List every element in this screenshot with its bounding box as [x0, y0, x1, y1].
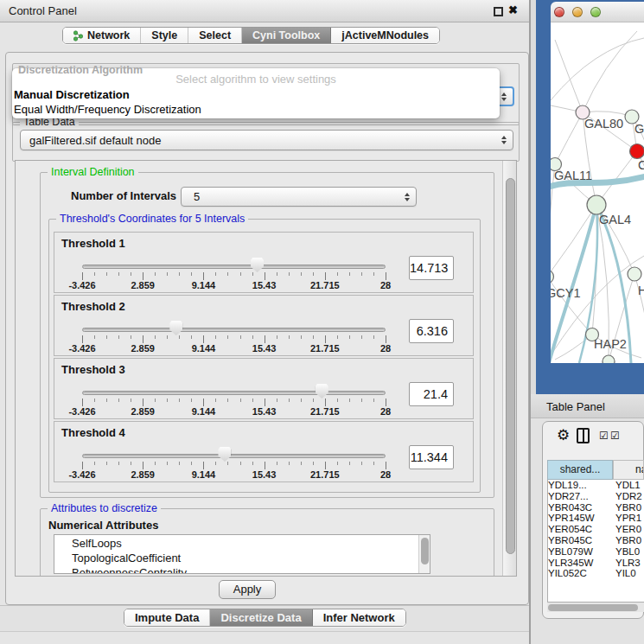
- checkbox-icon[interactable]: ☑: [610, 430, 620, 442]
- node-label: HAP2: [594, 337, 627, 351]
- tab-impute-data[interactable]: Impute Data: [124, 609, 210, 626]
- network-node[interactable]: [603, 355, 615, 363]
- network-node[interactable]: [587, 195, 606, 214]
- float-window-icon[interactable]: [494, 7, 503, 16]
- node-label: GAL80: [584, 117, 623, 131]
- combo-stepper-icon: [501, 92, 507, 101]
- threshold-value-field[interactable]: 14.713: [409, 256, 454, 280]
- table-row[interactable]: YBL079WYBL0: [547, 546, 644, 558]
- cell-name[interactable]: YDR2: [615, 491, 644, 502]
- table-row[interactable]: YIL052CYIL0: [547, 568, 644, 577]
- table-row[interactable]: YBR045CYBR0: [547, 535, 644, 546]
- cell-name[interactable]: YBR0: [615, 535, 644, 546]
- cell-shared-name[interactable]: YDL19...: [547, 480, 615, 491]
- table-panel-title: Table Panel: [546, 400, 605, 413]
- tab-style[interactable]: Style: [141, 28, 188, 43]
- threshold-slider-track[interactable]: [82, 391, 386, 395]
- cell-shared-name[interactable]: YBR043C: [547, 502, 615, 513]
- threshold-label: Threshold 3: [61, 363, 125, 376]
- cell-shared-name[interactable]: YIL052C: [547, 568, 615, 577]
- table-data-combo[interactable]: galFiltered.sif default node: [20, 130, 513, 150]
- table-row[interactable]: YLR345WYLR3: [547, 558, 644, 569]
- table-scroll-thumb[interactable]: [548, 604, 638, 611]
- control-panel-titlebar: Control Panel ✖: [0, 0, 531, 22]
- viewport-scrollbar[interactable]: [502, 161, 516, 576]
- attributes-list-scrollbar[interactable]: [418, 535, 430, 573]
- attributes-scroll-thumb[interactable]: [421, 538, 429, 564]
- column-header-shared-name[interactable]: shared...: [547, 460, 613, 480]
- slider-scale-labels: -3.4262.8599.14415.4321.71528: [82, 406, 386, 417]
- table-row[interactable]: YER054CYER0: [547, 524, 644, 535]
- network-node[interactable]: [551, 271, 554, 284]
- cell-name[interactable]: YBR0: [615, 502, 644, 513]
- tab-cyni-toolbox[interactable]: Cyni Toolbox: [242, 28, 331, 43]
- threshold-slider-thumb[interactable]: [251, 258, 264, 272]
- attributes-group-title: Attributes to discretize: [48, 502, 161, 514]
- tab-label: Impute Data: [135, 611, 199, 624]
- close-icon[interactable]: ✖: [508, 3, 518, 16]
- cell-name[interactable]: YER0: [615, 524, 644, 535]
- popup-item-equal-width-frequency[interactable]: Equal Width/Frequency Discretization: [14, 103, 201, 116]
- table-row[interactable]: YPR145WYPR1: [547, 513, 644, 524]
- cell-shared-name[interactable]: YBL079W: [547, 546, 615, 558]
- network-node[interactable]: [630, 144, 644, 159]
- tab-label: Select: [199, 29, 231, 41]
- tab-discretize-data[interactable]: Discretize Data: [210, 609, 312, 626]
- tab-select[interactable]: Select: [188, 28, 242, 43]
- table-horizontal-scrollbar[interactable]: [547, 603, 644, 612]
- network-node[interactable]: [628, 267, 641, 281]
- cell-shared-name[interactable]: YLR345W: [547, 558, 615, 569]
- close-traffic-light[interactable]: [554, 7, 564, 17]
- cell-name[interactable]: YLR3: [615, 558, 644, 569]
- slider-scale-labels: -3.4262.8599.14415.4321.71528: [82, 280, 386, 290]
- cell-shared-name[interactable]: YPR145W: [547, 513, 615, 524]
- attribute-item[interactable]: TopologicalCoefficient: [54, 552, 430, 564]
- number-of-intervals-combo[interactable]: 5: [181, 187, 417, 207]
- discretization-algorithm-title: Discretization Algorithm: [18, 64, 143, 76]
- cell-name[interactable]: YPR1: [615, 513, 644, 524]
- threshold-slider-track[interactable]: [82, 328, 386, 332]
- tab-label: Style: [151, 29, 177, 41]
- checkbox-icon[interactable]: ☑: [599, 430, 609, 442]
- slider-tick-marks: [82, 272, 386, 280]
- cell-shared-name[interactable]: YBR045C: [547, 535, 615, 546]
- threshold-value-field[interactable]: 21.4: [409, 382, 454, 406]
- tab-infer-network[interactable]: Infer Network: [313, 609, 405, 626]
- split-view-icon[interactable]: [577, 428, 590, 443]
- zoom-traffic-light[interactable]: [590, 7, 601, 17]
- cell-name[interactable]: YDL1: [615, 480, 644, 491]
- thresholds-group-title: Threshold's Coordinates for 5 Intervals: [56, 213, 248, 225]
- threshold-value-field[interactable]: 11.344: [409, 445, 454, 469]
- tab-network[interactable]: Network: [63, 28, 141, 43]
- apply-button[interactable]: Apply: [219, 580, 276, 599]
- slider-tick-marks: [82, 399, 386, 406]
- gear-icon[interactable]: ⚙: [557, 426, 570, 444]
- popup-item-manual-discretization[interactable]: Manual Discretization: [14, 88, 130, 101]
- column-header-name[interactable]: na: [613, 460, 644, 480]
- threshold-slider-track[interactable]: [82, 454, 386, 458]
- threshold-slider-thumb[interactable]: [169, 321, 182, 335]
- minimize-traffic-light[interactable]: [572, 7, 583, 17]
- table-row[interactable]: YDR27...YDR2: [547, 491, 644, 502]
- table-row[interactable]: YDL19...YDL1: [547, 480, 644, 491]
- tab-jactivemnodules[interactable]: jActiveMNodules: [331, 28, 439, 43]
- attribute-item[interactable]: SelfLoops: [54, 538, 430, 550]
- network-window-titlebar: [551, 2, 644, 22]
- table-rows[interactable]: YDL19...YDL1YDR27...YDR2YBR043CYBR0YPR14…: [547, 480, 644, 577]
- cell-shared-name[interactable]: YER054C: [547, 524, 615, 535]
- network-graph[interactable]: GAL80GACGAL11GAL4GCY1HHAP2: [551, 22, 644, 363]
- threshold-slider-thumb[interactable]: [218, 447, 231, 462]
- threshold-slider-thumb[interactable]: [316, 384, 328, 399]
- cell-name[interactable]: YIL0: [615, 568, 644, 577]
- table-row[interactable]: YBR043CYBR0: [547, 502, 644, 513]
- numerical-attributes-list[interactable]: SelfLoopsTopologicalCoefficientBetweenne…: [54, 534, 430, 574]
- threshold-slider-track[interactable]: [82, 265, 386, 269]
- viewport-scroll-thumb[interactable]: [506, 178, 515, 554]
- attribute-item[interactable]: BetweennessCentrality: [54, 567, 430, 574]
- cell-name[interactable]: YBL0: [615, 546, 644, 558]
- tab-label: jActiveMNodules: [341, 29, 429, 41]
- slider-scale-labels: -3.4262.8599.14415.4321.71528: [82, 469, 386, 480]
- node-label: GAL11: [554, 169, 592, 182]
- threshold-value-field[interactable]: 6.316: [409, 319, 454, 343]
- cell-shared-name[interactable]: YDR27...: [547, 491, 615, 502]
